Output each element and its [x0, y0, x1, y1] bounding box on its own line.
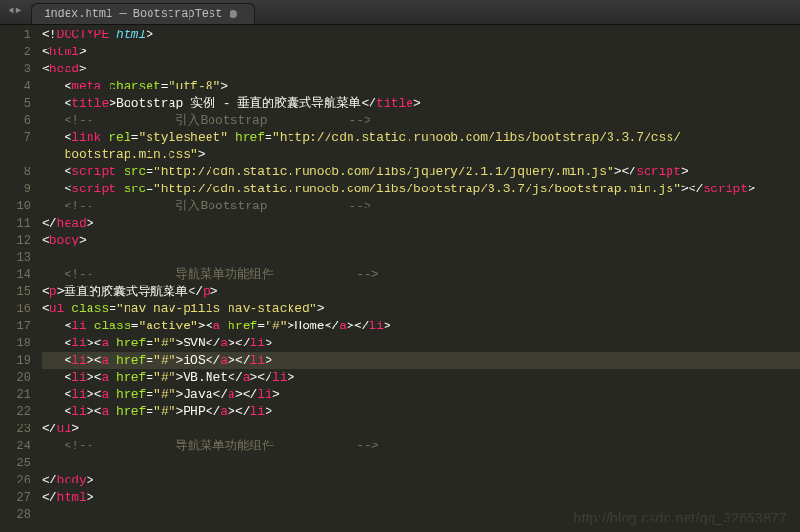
code-line[interactable]: <html> — [42, 44, 800, 61]
code-line[interactable] — [42, 249, 800, 266]
history-fwd-icon[interactable]: ► — [16, 2, 23, 19]
editor: 1234567891011121314151617181920212223242… — [0, 25, 800, 532]
line-number: 28 — [0, 506, 30, 523]
line-number: 1 — [0, 27, 30, 44]
code-line[interactable]: <script src="http://cdn.static.runoob.co… — [42, 181, 800, 198]
code-line[interactable]: <li class="active"><a href="#">Home</a><… — [42, 318, 800, 335]
line-number: 25 — [0, 455, 30, 472]
code-line[interactable]: <!-- 导航菜单功能组件 --> — [42, 438, 800, 455]
code-line[interactable]: <li><a href="#">VB.Net</a></li> — [42, 369, 800, 386]
code-line[interactable]: <!-- 导航菜单功能组件 --> — [42, 266, 800, 284]
code-line[interactable]: <li><a href="#">SVN</a></li> — [42, 335, 800, 352]
code-line[interactable]: <ul class="nav nav-pills nav-stacked"> — [42, 301, 800, 318]
code-area[interactable]: <!DOCTYPE html><html><head> <meta charse… — [38, 25, 800, 532]
line-number: 24 — [0, 438, 30, 455]
code-line[interactable]: <!-- 引入Bootstrap --> — [42, 112, 800, 129]
line-number: 16 — [0, 301, 30, 318]
line-number: 22 — [0, 404, 30, 421]
line-number: 10 — [0, 198, 30, 215]
line-number: 17 — [0, 318, 30, 335]
editor-tab[interactable]: index.html — BootstrapTest — [31, 3, 255, 24]
code-line[interactable]: <!DOCTYPE html> — [42, 27, 800, 44]
code-line[interactable]: </html> — [42, 489, 800, 506]
line-number: 13 — [0, 249, 30, 266]
code-line[interactable]: </head> — [42, 215, 800, 232]
line-number: 9 — [0, 181, 30, 198]
code-line[interactable]: <meta charset="utf-8"> — [42, 78, 800, 95]
line-number: 3 — [0, 61, 30, 78]
line-number — [0, 147, 30, 164]
line-number: 20 — [0, 369, 30, 386]
code-line[interactable]: <body> — [42, 232, 800, 249]
code-line[interactable]: </ul> — [42, 421, 800, 438]
line-number: 19 — [0, 352, 30, 369]
line-number: 6 — [0, 112, 30, 129]
code-line[interactable]: </body> — [42, 472, 800, 489]
code-line[interactable]: <script src="http://cdn.static.runoob.co… — [42, 164, 800, 181]
code-line[interactable]: <!-- 引入Bootstrap --> — [42, 198, 800, 215]
titlebar: ◄ ► index.html — BootstrapTest — [0, 0, 800, 25]
tab-title: index.html — BootstrapTest — [44, 6, 222, 23]
code-line[interactable]: <title>Bootstrap 实例 - 垂直的胶囊式导航菜单</title> — [42, 95, 800, 112]
code-line[interactable]: <link rel="stylesheet" href="http://cdn.… — [42, 129, 800, 147]
code-line[interactable]: <li><a href="#">iOS</a></li> — [42, 352, 800, 369]
line-number: 7 — [0, 129, 30, 147]
dirty-indicator-icon — [230, 10, 237, 18]
line-number: 8 — [0, 164, 30, 181]
line-number-gutter: 1234567891011121314151617181920212223242… — [0, 25, 38, 532]
line-number: 26 — [0, 472, 30, 489]
code-line[interactable]: <li><a href="#">PHP</a></li> — [42, 404, 800, 421]
line-number: 11 — [0, 215, 30, 232]
code-line[interactable] — [42, 506, 800, 523]
nav-arrows: ◄ ► — [4, 0, 26, 24]
line-number: 12 — [0, 232, 30, 249]
code-line[interactable]: <head> — [42, 61, 800, 78]
line-number: 21 — [0, 386, 30, 404]
line-number: 2 — [0, 44, 30, 61]
line-number: 27 — [0, 489, 30, 506]
line-number: 5 — [0, 95, 30, 112]
code-line[interactable]: bootstrap.min.css"> — [42, 147, 800, 164]
code-line[interactable]: <p>垂直的胶囊式导航菜单</p> — [42, 284, 800, 301]
code-line[interactable]: <li><a href="#">Java</a></li> — [42, 386, 800, 404]
history-back-icon[interactable]: ◄ — [8, 2, 14, 19]
line-number: 15 — [0, 284, 30, 301]
code-line[interactable] — [42, 455, 800, 472]
line-number: 14 — [0, 266, 30, 284]
line-number: 18 — [0, 335, 30, 352]
line-number: 4 — [0, 78, 30, 95]
line-number: 23 — [0, 421, 30, 438]
